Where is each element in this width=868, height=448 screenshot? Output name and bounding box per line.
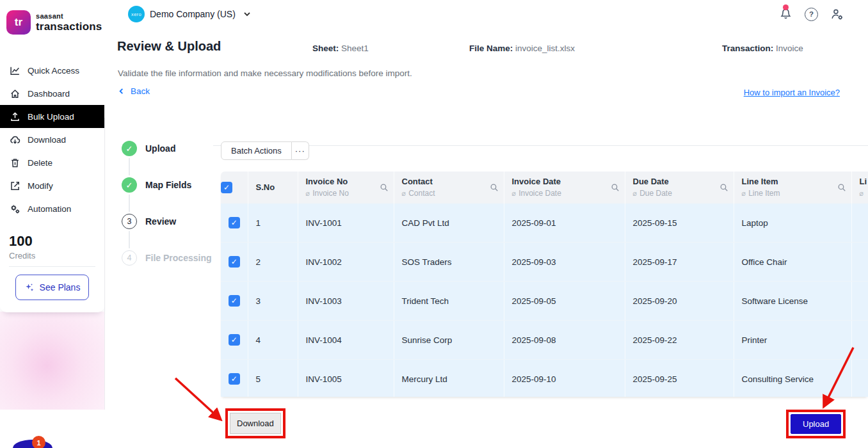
sheet-info: Sheet: Sheet1 <box>312 44 369 53</box>
page-title: Review & Upload <box>117 39 221 54</box>
cell-invoice-no: INV-1005 <box>298 360 394 397</box>
brand-name-bottom: transactions <box>36 21 102 32</box>
sidebar-item-automation[interactable]: Automation <box>0 197 104 220</box>
step-marker: 4 <box>122 250 137 266</box>
mapped-field-label: Invoice Date <box>518 189 561 198</box>
row-checkbox[interactable] <box>229 334 240 346</box>
chevron-down-icon <box>243 10 251 18</box>
trash-icon <box>10 157 20 168</box>
batch-actions-button[interactable]: Batch Actions <box>221 141 292 160</box>
cell-contact: CAD Pvt Ltd <box>394 204 504 243</box>
sidebar-item-delete[interactable]: Delete <box>0 151 104 174</box>
help-button[interactable]: ? <box>805 8 818 21</box>
linked-field-icon <box>402 189 406 198</box>
cell-clipped <box>851 282 868 321</box>
cell-line-item: Printer <box>734 321 851 360</box>
sidebar-item-dashboard[interactable]: Dashboard <box>0 82 104 105</box>
sidebar-item-label: Bulk Upload <box>28 112 74 122</box>
search-icon[interactable] <box>611 183 620 192</box>
cell-invoice-date: 2025-09-10 <box>504 360 625 397</box>
cell-invoice-no: INV-1001 <box>298 204 394 243</box>
upload-annotation-box: Upload <box>786 410 846 438</box>
back-link[interactable]: Back <box>118 86 150 96</box>
download-button[interactable]: Download <box>230 413 281 434</box>
cell-sno: 2 <box>248 243 298 282</box>
column-title: S.No <box>256 182 275 193</box>
more-actions-button[interactable]: ··· <box>292 141 309 160</box>
row-checkbox[interactable] <box>229 217 240 228</box>
download-annotation-box: Download <box>225 408 285 438</box>
search-icon[interactable] <box>380 183 389 192</box>
credits-value: 100 <box>9 233 95 250</box>
chart-icon <box>10 65 20 76</box>
file-name-value: invoice_list.xlsx <box>515 44 575 53</box>
gears-icon <box>10 204 20 214</box>
search-icon[interactable] <box>837 183 846 192</box>
table-row: 3 INV-1003 Trident Tech 2025-09-05 2025-… <box>221 282 868 321</box>
step-label: Upload <box>145 143 175 154</box>
upload-button[interactable]: Upload <box>791 414 841 434</box>
cell-line-item: Laptop <box>734 204 851 243</box>
sidebar-item-label: Delete <box>28 158 52 168</box>
mapped-field-label: Line Item <box>748 189 780 198</box>
cell-invoice-date: 2025-09-05 <box>504 282 625 321</box>
row-checkbox[interactable] <box>229 295 240 307</box>
contact-column[interactable]: Contact Contact <box>394 172 504 204</box>
sidebar-item-quick-access[interactable]: Quick Access <box>0 59 104 82</box>
step-marker: 3 <box>122 214 137 229</box>
transaction-value: Invoice <box>776 44 803 53</box>
due-date-column[interactable]: Due Date Due Date <box>625 172 734 204</box>
chevron-left-icon <box>118 88 125 95</box>
notifications-button[interactable] <box>779 6 792 22</box>
sidebar-item-download[interactable]: Download <box>0 128 104 151</box>
step-item: ✓ Map Fields <box>122 177 211 193</box>
cell-due-date: 2025-09-15 <box>625 204 734 243</box>
cell-clipped <box>851 204 868 243</box>
cell-invoice-date: 2025-09-01 <box>504 204 625 243</box>
step-label: Map Fields <box>145 180 191 190</box>
notification-dot <box>783 4 789 10</box>
table-row: 2 INV-1002 SOS Traders 2025-09-03 2025-0… <box>221 243 868 282</box>
column-title: Invoice Date <box>512 177 561 187</box>
see-plans-button[interactable]: See Plans <box>15 275 89 300</box>
sheet-value: Sheet1 <box>341 44 369 53</box>
linked-field-icon <box>306 189 310 198</box>
arrow-to-download <box>175 378 220 419</box>
search-icon[interactable] <box>490 183 499 192</box>
company-selector[interactable]: xero Demo Company (US) <box>128 6 251 22</box>
cell-clipped <box>851 360 868 397</box>
cell-contact: SOS Traders <box>394 243 504 282</box>
table-row: 5 INV-1005 Mercury Ltd 2025-09-10 2025-0… <box>221 360 868 397</box>
brand-name-top: saasant <box>36 13 102 20</box>
clipped-column[interactable]: Li <box>851 172 868 204</box>
user-settings-button[interactable] <box>830 8 844 21</box>
mapped-field-label: Contact <box>408 189 435 198</box>
review-table: S.No Invoice No Invoice No <box>221 172 868 397</box>
sidebar-item-modify[interactable]: Modify <box>0 174 104 197</box>
row-checkbox[interactable] <box>229 256 240 268</box>
column-title: Contact <box>402 177 435 187</box>
sidebar-nav: Quick Access Dashboard Bulk Upload <box>0 59 104 220</box>
cell-clipped <box>851 321 868 360</box>
row-checkbox[interactable] <box>229 373 240 385</box>
line-item-column[interactable]: Line Item Line Item <box>734 172 851 204</box>
invoice-date-column[interactable]: Invoice Date Invoice Date <box>504 172 625 204</box>
select-all-checkbox[interactable] <box>221 182 232 193</box>
how-to-import-link[interactable]: How to import an Invoice? <box>744 88 840 97</box>
topbar: xero Demo Company (US) ? <box>104 0 868 29</box>
edit-icon <box>10 180 20 191</box>
cell-contact: Sunrise Corp <box>394 321 504 360</box>
search-icon[interactable] <box>719 183 728 192</box>
sidebar-gradient-decor <box>0 312 104 410</box>
step-marker: ✓ <box>122 177 137 193</box>
invoice-no-column[interactable]: Invoice No Invoice No <box>298 172 394 204</box>
cell-invoice-date: 2025-09-08 <box>504 321 625 360</box>
table-row: 1 INV-1001 CAD Pvt Ltd 2025-09-01 2025-0… <box>221 204 868 243</box>
see-plans-label: See Plans <box>40 282 81 292</box>
cell-invoice-no: INV-1002 <box>298 243 394 282</box>
cell-sno: 3 <box>248 282 298 321</box>
brand-logo-mark: tr <box>6 10 31 35</box>
credits-block: 100 Credits See Plans <box>0 220 104 300</box>
page-header: Review & Upload Sheet: Sheet1 File Name:… <box>104 28 868 118</box>
sidebar-item-bulk-upload[interactable]: Bulk Upload <box>0 105 104 128</box>
